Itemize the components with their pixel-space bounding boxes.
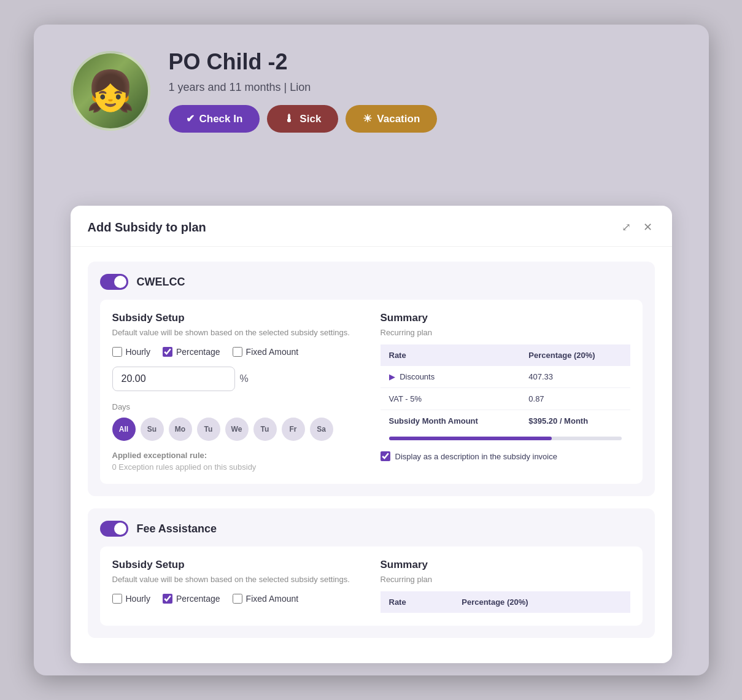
cwelcc-hourly-checkbox[interactable] — [112, 347, 122, 357]
cwelcc-setup-subtitle: Default value will be shown based on the… — [112, 328, 362, 337]
discounts-label: ▶ Discounts — [381, 366, 520, 388]
fee-assistance-fixed-checkbox[interactable] — [233, 594, 242, 604]
expand-button[interactable]: ⤢ — [619, 218, 633, 236]
avatar: 👧 — [71, 51, 150, 131]
month-value: $395.20 / Month — [520, 410, 630, 432]
fa-summary-rate-value: Percentage (20%) — [453, 591, 630, 613]
modal-header: Add Subsidy to plan ⤢ ✕ — [71, 206, 672, 247]
profile-age-group: 1 years and 11 months | Lion — [169, 81, 438, 94]
fee-assistance-section: Fee Assistance Subsidy Setup Default val… — [88, 508, 655, 638]
progress-bar-fill — [389, 437, 552, 440]
vacation-button[interactable]: ☀ Vacation — [346, 105, 437, 133]
fee-assistance-percentage-option[interactable]: Percentage — [163, 594, 220, 604]
sun-icon: ☀ — [363, 112, 372, 125]
day-mo[interactable]: Mo — [169, 418, 192, 441]
cwelcc-percentage-checkbox[interactable] — [163, 347, 172, 357]
table-row-total: Subsidy Month Amount $395.20 / Month — [381, 410, 630, 432]
summary-rate-value: Percentage (20%) — [520, 344, 630, 366]
fee-assistance-toggle[interactable] — [100, 521, 128, 537]
fee-assistance-fixed-option[interactable]: Fixed Amount — [233, 594, 299, 604]
cwelcc-setup-panel: Subsidy Setup Default value will be show… — [112, 312, 362, 472]
summary-rate-header: Rate — [381, 344, 520, 366]
table-row: ▶ Discounts 407.33 — [381, 366, 630, 388]
modal-title: Add Subsidy to plan — [88, 220, 206, 235]
fee-assistance-summary-subtitle: Recurring plan — [381, 575, 630, 584]
fee-assistance-inner-card: Subsidy Setup Default value will be show… — [100, 546, 643, 626]
cwelcc-inner-card: Subsidy Setup Default value will be show… — [100, 300, 643, 484]
cwelcc-section: CWELCC Subsidy Setup Default value will … — [88, 262, 655, 496]
display-desc-checkbox[interactable] — [381, 451, 390, 461]
cwelcc-days-row: All Su Mo Tu We Tu Fr Sa — [112, 418, 362, 441]
cwelcc-summary-subtitle: Recurring plan — [381, 328, 630, 337]
day-sa[interactable]: Sa — [310, 418, 333, 441]
modal-controls: ⤢ ✕ — [619, 218, 655, 236]
fee-assistance-setup-title: Subsidy Setup — [112, 559, 362, 571]
fee-assistance-summary-title: Summary — [381, 559, 630, 571]
cwelcc-percentage-option[interactable]: Percentage — [163, 347, 220, 357]
cwelcc-amount-suffix: % — [240, 373, 249, 384]
profile-header: 👧 PO Child -2 1 years and 11 months | Li… — [34, 25, 709, 151]
discounts-value: 407.33 — [520, 366, 630, 388]
day-we[interactable]: We — [225, 418, 249, 441]
cwelcc-amount-row: % — [112, 367, 362, 391]
vat-value: 0.87 — [520, 388, 630, 410]
cwelcc-hourly-option[interactable]: Hourly — [112, 347, 150, 357]
cwelcc-fixed-option[interactable]: Fixed Amount — [233, 347, 299, 357]
day-su[interactable]: Su — [141, 418, 164, 441]
checkin-button[interactable]: ✔ Check In — [169, 105, 260, 133]
cwelcc-setup-title: Subsidy Setup — [112, 312, 362, 324]
fee-assistance-hourly-option[interactable]: Hourly — [112, 594, 150, 604]
modal-body: CWELCC Subsidy Setup Default value will … — [71, 247, 672, 663]
expand-icon[interactable]: ▶ — [389, 372, 395, 381]
vat-label: VAT - 5% — [381, 388, 520, 410]
month-label: Subsidy Month Amount — [381, 410, 520, 432]
display-desc-row: Display as a description in the subsidy … — [381, 445, 630, 467]
fee-assistance-toggle-row: Fee Assistance — [100, 521, 643, 537]
day-tu[interactable]: Tu — [197, 418, 220, 441]
fee-assistance-percentage-checkbox[interactable] — [163, 594, 172, 604]
cwelcc-exception-title: Applied exceptional rule: — [112, 451, 362, 460]
fee-assistance-label: Fee Assistance — [137, 523, 217, 535]
cwelcc-days-label: Days — [112, 402, 362, 411]
profile-info: PO Child -2 1 years and 11 months | Lion… — [169, 49, 438, 133]
fee-assistance-setup-subtitle: Default value will be shown based on the… — [112, 575, 362, 584]
subsidy-progress-bar — [389, 437, 622, 440]
cwelcc-exception-sub: 0 Exception rules applied on this subsid… — [112, 462, 362, 472]
cwelcc-toggle[interactable] — [100, 274, 128, 290]
checkin-icon: ✔ — [186, 112, 195, 125]
cwelcc-toggle-row: CWELCC — [100, 274, 643, 290]
add-subsidy-modal: Add Subsidy to plan ⤢ ✕ CWELCC Subsidy S… — [71, 206, 672, 663]
day-all[interactable]: All — [112, 418, 136, 441]
day-fr[interactable]: Fr — [282, 418, 305, 441]
cwelcc-summary-title: Summary — [381, 312, 630, 324]
close-button[interactable]: ✕ — [641, 218, 655, 236]
table-row: VAT - 5% 0.87 — [381, 388, 630, 410]
cwelcc-checkbox-row: Hourly Percentage Fixed Amount — [112, 347, 362, 357]
fee-assistance-summary-panel: Summary Recurring plan Rate Percentage (… — [381, 559, 630, 613]
fee-assistance-summary-table: Rate Percentage (20%) — [381, 591, 630, 613]
fa-summary-rate-header: Rate — [381, 591, 454, 613]
fee-assistance-checkbox-row: Hourly Percentage Fixed Amount — [112, 594, 362, 604]
cwelcc-label: CWELCC — [137, 276, 185, 289]
cwelcc-summary-panel: Summary Recurring plan Rate Percentage (… — [381, 312, 630, 472]
day-thu[interactable]: Tu — [253, 418, 277, 441]
display-desc-label: Display as a description in the subsidy … — [395, 452, 557, 461]
fee-assistance-hourly-checkbox[interactable] — [112, 594, 122, 604]
profile-name: PO Child -2 — [169, 49, 438, 75]
cwelcc-amount-input[interactable] — [112, 367, 235, 391]
sick-button[interactable]: 🌡 Sick — [267, 105, 338, 133]
action-buttons: ✔ Check In 🌡 Sick ☀ Vacation — [169, 105, 438, 133]
cwelcc-summary-table: Rate Percentage (20%) ▶ Discounts — [381, 344, 630, 432]
thermometer-icon: 🌡 — [284, 113, 295, 125]
fee-assistance-setup-panel: Subsidy Setup Default value will be show… — [112, 559, 362, 613]
cwelcc-fixed-checkbox[interactable] — [233, 347, 242, 357]
